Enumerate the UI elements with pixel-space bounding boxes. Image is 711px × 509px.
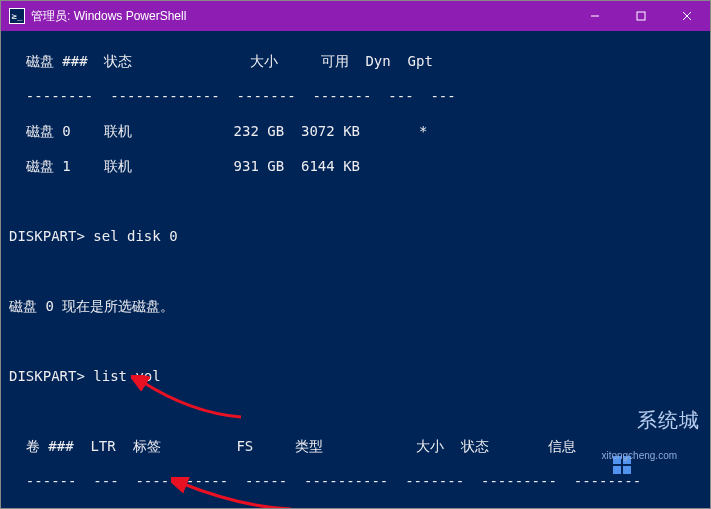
watermark: 系统城 xitongcheng.com [575,388,700,503]
disk-header-row: 磁盘 ### 状态 大小 可用 Dyn Gpt [9,53,702,71]
disk-row: 磁盘 0 联机 232 GB 3072 KB * [9,123,702,141]
blank [9,263,702,281]
vol-row: 卷 0 C Win10 Syste NTFS 磁盘分区 79 GB 正常 启动 [9,508,702,509]
watermark-logo-icon [575,434,597,456]
prompt-line: DISKPART> sel disk 0 [9,228,702,246]
disk-row: 磁盘 1 联机 931 GB 6144 KB [9,158,702,176]
powershell-window: ≥_ 管理员: Windows PowerShell 磁盘 ### 状态 大小 … [1,1,710,508]
window-controls [572,1,710,31]
minimize-button[interactable] [572,1,618,31]
prompt-line: DISKPART> list vol [9,368,702,386]
watermark-url: xitongcheng.com [601,450,700,463]
terminal-output[interactable]: 磁盘 ### 状态 大小 可用 Dyn Gpt -------- -------… [1,31,710,508]
titlebar[interactable]: ≥_ 管理员: Windows PowerShell [1,1,710,31]
window-title: 管理员: Windows PowerShell [31,8,572,25]
close-button[interactable] [664,1,710,31]
blank [9,333,702,351]
svg-rect-1 [637,12,645,20]
maximize-button[interactable] [618,1,664,31]
watermark-text: 系统城 [637,409,700,431]
powershell-icon: ≥_ [9,8,25,24]
message: 磁盘 0 现在是所选磁盘。 [9,298,702,316]
blank [9,193,702,211]
disk-header-rule: -------- ------------- ------- ------- -… [9,88,702,106]
